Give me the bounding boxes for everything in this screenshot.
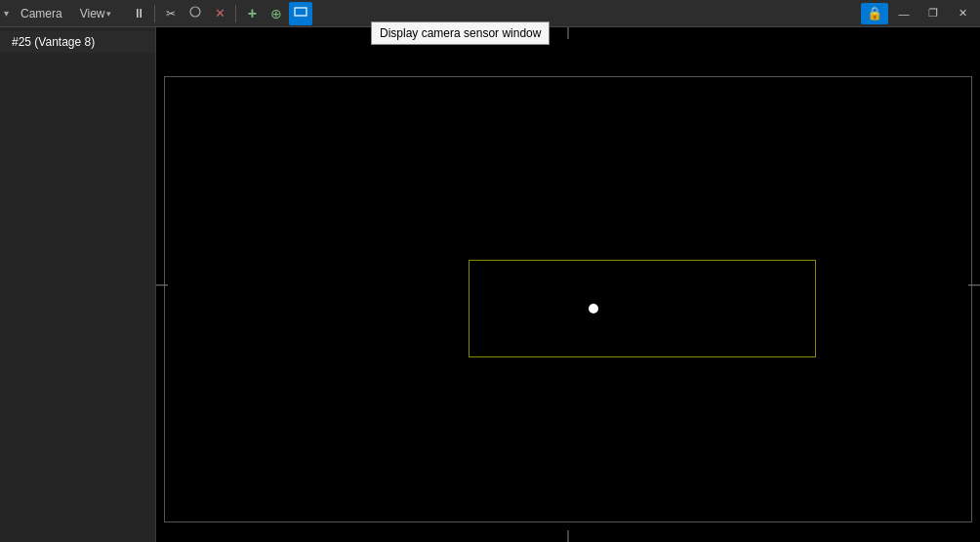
sidebar-item-label: #25 (Vantage 8) [12, 35, 95, 49]
title-bar: ▾ Camera View ▾ ⏸ ✂ ✕ + [0, 0, 980, 27]
tick-right [968, 284, 980, 285]
display-sensor-icon [294, 5, 307, 21]
tick-top [568, 27, 569, 39]
lock-icon: 🔒 [867, 6, 882, 21]
sidebar: #25 (Vantage 8) [0, 27, 156, 542]
title-bar-left: ▾ Camera View ▾ [4, 2, 119, 25]
sensor-rectangle [469, 260, 816, 357]
pause-button[interactable]: ⏸ [127, 2, 150, 25]
toolbar-separator-1 [154, 5, 155, 22]
clear-button[interactable]: ✕ [208, 2, 231, 25]
svg-rect-1 [295, 8, 306, 16]
toolbar-separator-2 [235, 5, 236, 22]
window-controls: 🔒 — ❐ ✕ [861, 3, 976, 24]
scissors-icon: ✂ [166, 7, 176, 21]
view-label: View [80, 7, 105, 21]
svg-point-0 [190, 7, 200, 17]
plus-icon: + [248, 5, 257, 22]
pause-icon: ⏸ [133, 6, 145, 21]
scissors-button[interactable]: ✂ [159, 2, 183, 25]
add-button[interactable]: + [240, 2, 264, 25]
clear-icon: ✕ [215, 6, 225, 21]
sidebar-item-camera[interactable]: #25 (Vantage 8) [0, 31, 155, 53]
camera-label: Camera [20, 7, 62, 21]
camera-menu[interactable]: Camera [13, 2, 70, 25]
add-cross-button[interactable]: ⊕ [265, 2, 288, 25]
view-arrow: ▾ [106, 9, 111, 19]
brush-button[interactable] [184, 2, 207, 25]
restore-button[interactable]: ❐ [919, 3, 947, 24]
view-menu[interactable]: View ▾ [72, 2, 120, 25]
close-button[interactable]: ✕ [949, 3, 976, 24]
target-dot [589, 304, 598, 313]
brush-icon [188, 5, 202, 21]
title-arrow: ▾ [4, 8, 9, 19]
minimize-button[interactable]: — [890, 3, 918, 24]
lock-button[interactable]: 🔒 [861, 3, 888, 24]
camera-viewport [156, 27, 980, 542]
tick-left [156, 284, 168, 285]
close-icon: ✕ [959, 7, 967, 20]
main-content [156, 27, 980, 542]
display-sensor-button[interactable] [289, 2, 312, 25]
plus-cross-icon: ⊕ [270, 6, 282, 21]
tick-bottom [568, 530, 569, 542]
restore-icon: ❐ [928, 7, 938, 20]
toolbar: ⏸ ✂ ✕ + ⊕ [127, 2, 861, 25]
minimize-icon: — [899, 8, 910, 20]
